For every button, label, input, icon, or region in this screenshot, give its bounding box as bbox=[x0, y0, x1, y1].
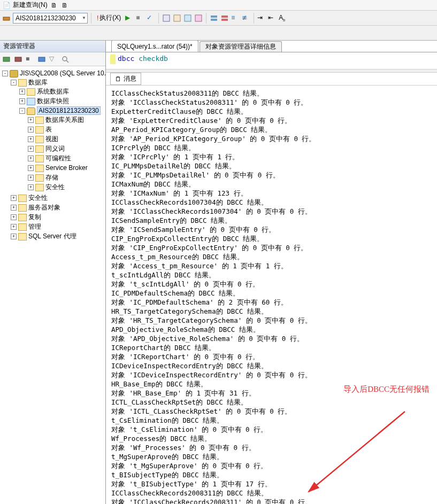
connect-icon[interactable] bbox=[2, 14, 11, 22]
message-line: Access_t_pm_Resource的 DBCC 结果。 bbox=[111, 252, 432, 261]
expand-toggle[interactable]: - bbox=[19, 108, 25, 114]
outdent-icon[interactable]: ⇤ bbox=[268, 14, 277, 22]
synonyms-node[interactable]: 同义词 bbox=[45, 145, 65, 152]
folder-icon bbox=[35, 155, 44, 162]
databases-node[interactable]: 数据库 bbox=[28, 79, 48, 86]
tb-icon-4[interactable] bbox=[194, 14, 203, 22]
diagrams-node[interactable]: 数据库关系图 bbox=[45, 116, 84, 123]
svg-rect-9 bbox=[3, 57, 10, 61]
tb-icon-a[interactable]: Ab bbox=[279, 14, 287, 22]
expand-toggle[interactable]: + bbox=[19, 98, 25, 104]
menu-icon-1[interactable]: 🗎 bbox=[50, 1, 58, 10]
message-line: ICPrcPly的 DBCC 结果。 bbox=[111, 143, 432, 152]
folder-icon bbox=[35, 117, 44, 124]
debug-icon[interactable]: ▶ bbox=[125, 14, 134, 22]
tb-icon-3[interactable] bbox=[183, 14, 192, 22]
new-query-label[interactable]: 新建查询(N) bbox=[13, 1, 48, 10]
messages-pane[interactable]: ICClassCheckStatus2008311的 DBCC 结果。对象 'I… bbox=[106, 86, 437, 504]
expand-toggle[interactable]: + bbox=[11, 234, 17, 239]
snapshots-node[interactable]: 数据库快照 bbox=[37, 97, 69, 105]
server-objects-node[interactable]: 服务器对象 bbox=[28, 204, 60, 211]
expand-toggle[interactable]: + bbox=[11, 205, 17, 211]
oe-stop-icon[interactable]: ■ bbox=[26, 55, 34, 64]
document-tabs: SQLQuery1.s...rator (54))* 对象资源管理器详细信息 bbox=[106, 41, 437, 52]
content-area: SQLQuery1.s...rator (54))* 对象资源管理器详细信息 d… bbox=[106, 41, 437, 504]
indent-icon[interactable]: ⇥ bbox=[257, 14, 266, 22]
tb-icon-5[interactable] bbox=[210, 14, 218, 22]
stop-icon[interactable]: ■ bbox=[136, 14, 144, 22]
message-line: CIP_EngProExpCollectEntry的 DBCC 结果。 bbox=[111, 234, 432, 243]
tb-icon-1[interactable] bbox=[162, 14, 171, 22]
agent-node[interactable]: SQL Server 代理 bbox=[28, 232, 76, 240]
expand-toggle[interactable]: + bbox=[28, 165, 34, 171]
expand-toggle[interactable]: + bbox=[11, 195, 17, 201]
expand-toggle[interactable]: + bbox=[28, 156, 34, 161]
execute-icon: ! bbox=[97, 14, 98, 22]
message-line: ICClassCheckStatus2008311的 DBCC 结果。 bbox=[111, 89, 432, 98]
message-line: 对象 't_scIntLdgAll' 的 0 页中有 0 行。 bbox=[111, 280, 432, 289]
sql-editor[interactable]: dbcc checkdb bbox=[106, 52, 437, 69]
expand-toggle[interactable]: + bbox=[28, 146, 34, 152]
parse-icon[interactable]: ✓ bbox=[147, 14, 155, 22]
object-explorer-title: 资源管理器 bbox=[0, 41, 105, 52]
execute-button[interactable]: ! 执行(X) bbox=[95, 12, 123, 24]
management-node[interactable]: 管理 bbox=[28, 223, 41, 230]
messages-tab[interactable]: 🗒 消息 bbox=[110, 73, 141, 85]
service-broker-node[interactable]: Service Broker bbox=[45, 164, 88, 172]
message-line: t_BISubjectType的 DBCC 结果。 bbox=[111, 470, 432, 479]
expand-toggle[interactable]: + bbox=[11, 224, 17, 230]
tb-icon-6[interactable] bbox=[220, 14, 229, 22]
oe-refresh-icon[interactable] bbox=[37, 55, 46, 64]
tab-object-details[interactable]: 对象资源管理器详细信息 bbox=[200, 41, 282, 52]
message-line: ICDeviceInspectRecordEntry的 DBCC 结果。 bbox=[111, 361, 432, 370]
expand-toggle[interactable]: + bbox=[28, 117, 34, 123]
svg-rect-11 bbox=[39, 57, 45, 61]
expand-toggle[interactable]: - bbox=[11, 80, 17, 86]
expand-toggle[interactable]: + bbox=[28, 136, 34, 142]
expand-toggle[interactable]: + bbox=[28, 184, 34, 190]
oe-disconnect-icon[interactable] bbox=[14, 55, 22, 64]
svg-rect-1 bbox=[163, 15, 170, 21]
message-line: ICMaxNum的 DBCC 结果。 bbox=[111, 180, 432, 189]
message-line: 对象 'ICClassCheckStatus2008311' 的 0 页中有 0… bbox=[111, 98, 432, 107]
server-node[interactable]: JIS\SQL2008 (SQL Server 10.50 bbox=[20, 69, 105, 77]
security-node[interactable]: 安全性 bbox=[28, 194, 48, 201]
expand-toggle[interactable]: + bbox=[19, 89, 25, 95]
tab-sqlquery[interactable]: SQLQuery1.s...rator (54))* bbox=[111, 41, 198, 52]
message-line: ICSendSampleEntry的 DBCC 结果。 bbox=[111, 216, 432, 225]
menu-icon-2[interactable]: 🗎 bbox=[60, 1, 69, 10]
uncomment-icon[interactable]: ≢ bbox=[242, 14, 250, 22]
oe-connect-icon[interactable] bbox=[2, 55, 11, 64]
database-icon bbox=[27, 107, 35, 115]
folder-icon bbox=[35, 136, 44, 143]
annotation-text: 导入后DBCC无任何报错 bbox=[343, 385, 430, 394]
sysdbs-node[interactable]: 系统数据库 bbox=[37, 88, 69, 95]
expand-toggle[interactable]: + bbox=[28, 175, 34, 181]
message-line: IC_PDMDefaultSchema的 DBCC 结果。 bbox=[111, 289, 432, 298]
expand-toggle[interactable]: + bbox=[28, 127, 34, 133]
tb-icon-2[interactable] bbox=[173, 14, 181, 22]
expand-toggle[interactable]: + bbox=[11, 214, 17, 220]
object-explorer: 资源管理器 ■ ▽ -JIS\SQL2008 (SQL Server 10.50… bbox=[0, 41, 106, 504]
svg-rect-6 bbox=[211, 19, 217, 21]
server-icon bbox=[10, 70, 18, 77]
tables-node[interactable]: 表 bbox=[45, 126, 52, 133]
new-query-icon[interactable]: 📄 bbox=[2, 1, 11, 10]
message-line: 对象 't_CsElimination' 的 0 页中有 0 行。 bbox=[111, 425, 432, 434]
oe-filter-icon[interactable]: ▽ bbox=[49, 55, 58, 64]
message-line: APD_Objective_RoleSchema的 DBCC 结果。 bbox=[111, 325, 432, 334]
database-selector[interactable]: AIS20181213230230 bbox=[13, 13, 88, 24]
comment-icon[interactable]: ≡ bbox=[231, 14, 240, 22]
views-node[interactable]: 视图 bbox=[45, 135, 58, 143]
replication-node[interactable]: 复制 bbox=[28, 213, 41, 221]
selected-db-node[interactable]: AIS20181213230230 bbox=[37, 106, 101, 115]
message-line: 对象 'ICMaxNum' 的 1 页中有 123 行。 bbox=[111, 189, 432, 198]
security-db-node[interactable]: 安全性 bbox=[45, 183, 65, 191]
object-explorer-tree[interactable]: -JIS\SQL2008 (SQL Server 10.50 -数据库 +系统数… bbox=[0, 66, 105, 504]
svg-rect-0 bbox=[3, 17, 10, 20]
storage-node[interactable]: 存储 bbox=[45, 174, 58, 181]
folder-icon bbox=[18, 214, 27, 221]
expand-toggle[interactable]: - bbox=[2, 71, 8, 76]
oe-search-icon[interactable] bbox=[61, 55, 70, 64]
programmability-node[interactable]: 可编程性 bbox=[45, 154, 71, 162]
